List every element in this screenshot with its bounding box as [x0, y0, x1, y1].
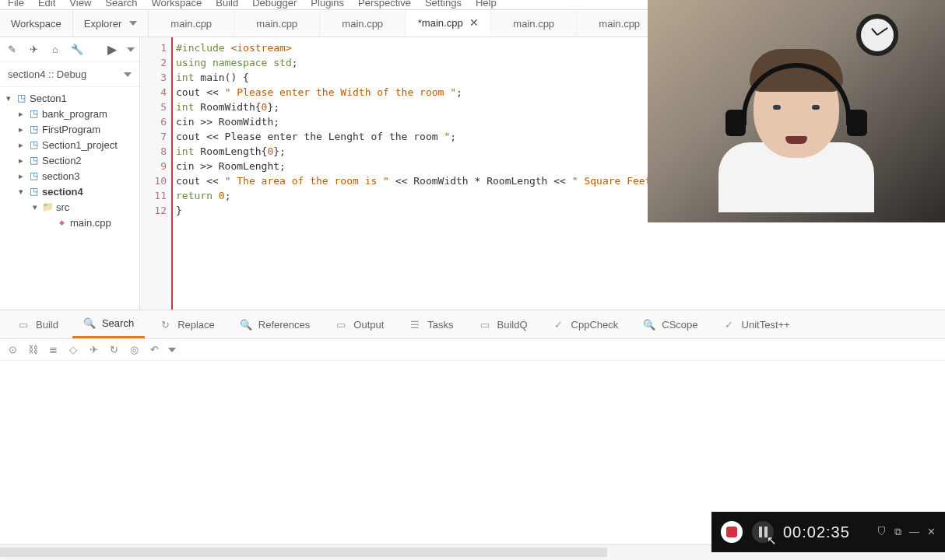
- build-icon: ▭: [17, 318, 30, 331]
- line-number: 2: [140, 55, 167, 70]
- send-icon[interactable]: ✈: [87, 344, 100, 356]
- tree-item-label: section4: [42, 186, 83, 198]
- record-button[interactable]: [721, 521, 743, 543]
- pin-icon[interactable]: ⊙: [6, 344, 19, 356]
- twisty-icon: ▸: [17, 171, 25, 181]
- file-ico: [56, 217, 67, 228]
- editor-tab[interactable]: main.cpp: [491, 10, 577, 37]
- panel-tab-cscope[interactable]: 🔍CScope: [632, 310, 708, 338]
- sidebar: ✎ ✈ ⌂ 🔧 ▶ section4 :: Debug ▾Secton1▸ban…: [0, 37, 140, 310]
- menu-perspective[interactable]: Perspective: [358, 0, 411, 6]
- refresh-icon[interactable]: ↻: [107, 344, 120, 356]
- panel-tab-label: Tasks: [427, 319, 453, 331]
- build-config-selector[interactable]: section4 :: Debug: [0, 62, 139, 87]
- tree-item[interactable]: ▸section3: [0, 168, 139, 184]
- line-number: 6: [140, 114, 167, 129]
- editor-tab[interactable]: main.cpp: [234, 10, 320, 37]
- tree-item-label: bank_program: [42, 108, 107, 120]
- panel-tab-replace[interactable]: ↻Replace: [148, 310, 226, 338]
- run-menu-chevron-icon[interactable]: [127, 47, 135, 52]
- tasks-icon: ☰: [409, 318, 421, 331]
- editor-tab[interactable]: main.cpp: [149, 10, 234, 37]
- panel-tab-build[interactable]: ▭Build: [6, 310, 69, 338]
- sidebar-tab-workspace-label: Workspace: [11, 18, 61, 30]
- twisty-icon: ▾: [17, 187, 25, 197]
- menu-plugins[interactable]: Plugins: [311, 0, 344, 6]
- line-number: 12: [140, 203, 167, 218]
- editor-tab-label: main.cpp: [170, 18, 212, 30]
- output-panel-toolbar: ⊙ ⛓ ≣ ◇ ✈ ↻ ◎ ↶: [0, 339, 945, 361]
- tree-item-label: Section2: [42, 155, 82, 166]
- panel-tab-buildq[interactable]: ▭BuildQ: [468, 310, 539, 338]
- sidebar-tab-workspace[interactable]: Workspace: [0, 10, 73, 37]
- proj-ico: [28, 155, 39, 166]
- tree-item[interactable]: ▸FirstProgram: [0, 121, 139, 137]
- menu-search[interactable]: Search: [105, 0, 137, 6]
- panel-tab-unittest++[interactable]: ✓UnitTest++: [712, 310, 801, 338]
- menu-settings[interactable]: Settings: [425, 0, 462, 6]
- panel-tab-output[interactable]: ▭Output: [324, 310, 395, 338]
- wrench-icon[interactable]: 🔧: [70, 43, 84, 57]
- editor-tab[interactable]: main.cpp: [320, 10, 406, 37]
- send-icon[interactable]: ✈: [26, 43, 40, 57]
- panel-tab-cppcheck[interactable]: ✓CppCheck: [542, 310, 630, 338]
- menu-workspace[interactable]: Workspace: [152, 0, 202, 6]
- menu-help[interactable]: Help: [476, 0, 497, 6]
- undo-icon[interactable]: ↶: [148, 344, 160, 356]
- presenter: [722, 49, 870, 212]
- output-panel-tabs: ▭Build🔍Search↻Replace🔍References▭Output☰…: [0, 310, 945, 339]
- target-icon[interactable]: ◎: [128, 344, 140, 356]
- tree-item-label: section3: [42, 170, 79, 182]
- editor-tab-label: *main.cpp: [418, 17, 463, 29]
- menu-debugger[interactable]: Debugger: [252, 0, 297, 6]
- line-number: 9: [140, 159, 167, 173]
- pencil-icon[interactable]: ✎: [5, 43, 19, 57]
- popout-icon[interactable]: ⧉: [894, 526, 901, 538]
- panel-tab-tasks[interactable]: ☰Tasks: [398, 310, 464, 338]
- link-icon[interactable]: ⛓: [26, 344, 39, 356]
- pause-button[interactable]: ↖: [752, 521, 774, 543]
- proj-ico: [28, 124, 39, 135]
- cursor-icon: ↖: [767, 534, 777, 548]
- search-icon: 🔍: [83, 317, 96, 330]
- panel-tab-references[interactable]: 🔍References: [229, 310, 321, 338]
- close-icon[interactable]: ✕: [927, 526, 936, 538]
- run-icon[interactable]: ▶: [105, 43, 119, 57]
- tree-item[interactable]: ▾src: [0, 199, 139, 215]
- list-icon[interactable]: ≣: [47, 344, 59, 356]
- tree-item[interactable]: ▸bank_program: [0, 106, 139, 121]
- close-icon[interactable]: ✕: [469, 16, 479, 29]
- editor-tab-label: main.cpp: [256, 18, 297, 30]
- references-icon: 🔍: [240, 318, 252, 331]
- tree-item-label: FirstProgram: [42, 124, 100, 135]
- sidebar-tab-explorer[interactable]: Explorer: [73, 10, 149, 37]
- line-number: 11: [140, 188, 167, 203]
- menu-file[interactable]: File: [8, 0, 24, 6]
- panel-tab-label: Output: [353, 319, 384, 331]
- horizontal-scrollbar[interactable]: [0, 548, 607, 557]
- tree-item[interactable]: ▸Section1_project: [0, 137, 139, 152]
- replace-icon: ↻: [159, 318, 171, 331]
- clear-icon[interactable]: ◇: [67, 344, 79, 356]
- chevron-down-icon[interactable]: [168, 348, 176, 352]
- screen-recorder-bar: ↖ 00:02:35 ⛉ ⧉ — ✕: [711, 512, 945, 552]
- twisty-icon: ▸: [17, 124, 25, 135]
- tree-item-label: Section1_project: [42, 139, 118, 151]
- tree-item[interactable]: ▾section4: [0, 184, 139, 199]
- panel-tab-label: Build: [36, 319, 58, 331]
- panel-tab-search[interactable]: 🔍Search: [72, 310, 145, 338]
- minimize-icon[interactable]: —: [909, 526, 919, 538]
- menu-build[interactable]: Build: [216, 0, 238, 6]
- sidebar-toolbar: ✎ ✈ ⌂ 🔧 ▶: [0, 37, 139, 62]
- home-icon[interactable]: ⌂: [48, 43, 62, 57]
- tree-item[interactable]: ▾Secton1: [0, 90, 139, 106]
- tree-item[interactable]: main.cpp: [0, 215, 139, 230]
- shield-icon[interactable]: ⛉: [876, 526, 887, 538]
- menu-view[interactable]: View: [69, 0, 91, 6]
- menu-edit[interactable]: Edit: [38, 0, 55, 6]
- editor-tab[interactable]: *main.cpp✕: [406, 10, 491, 37]
- twisty-icon: ▸: [17, 109, 25, 119]
- proj-ico: [28, 186, 39, 197]
- tree-item-label: Secton1: [30, 93, 67, 104]
- tree-item[interactable]: ▸Section2: [0, 152, 139, 168]
